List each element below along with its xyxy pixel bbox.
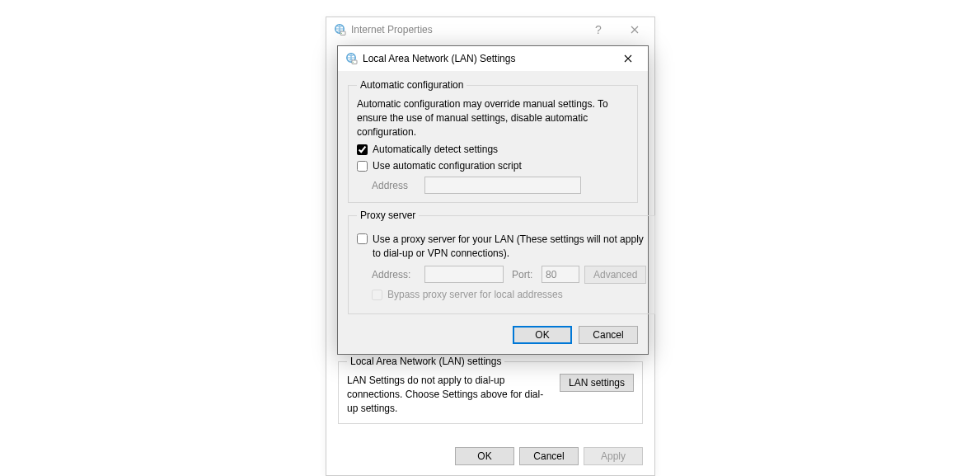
lan-settings-icon xyxy=(345,52,358,65)
lan-settings-button[interactable]: LAN settings xyxy=(560,374,634,392)
proxy-server-legend: Proxy server xyxy=(357,210,419,221)
child-cancel-button[interactable]: Cancel xyxy=(579,326,638,344)
svg-point-5 xyxy=(353,62,354,63)
auto-script-address-label: Address xyxy=(372,180,420,191)
proxy-address-label: Address: xyxy=(372,269,420,280)
parent-button-row: OK Cancel Apply xyxy=(455,447,643,465)
automatic-configuration-group: Automatic configuration Automatic config… xyxy=(348,79,638,203)
internet-options-icon xyxy=(333,23,346,36)
child-button-row: OK Cancel xyxy=(348,321,638,344)
svg-rect-4 xyxy=(352,60,357,64)
auto-script-address-row: Address xyxy=(357,177,629,194)
svg-rect-1 xyxy=(340,31,345,35)
proxy-port-label: Port: xyxy=(512,269,537,280)
proxy-address-row: Address: Port: Advanced xyxy=(357,266,646,284)
lan-settings-group: Local Area Network (LAN) settings LAN Se… xyxy=(338,356,643,424)
auto-detect-label: Automatically detect settings xyxy=(373,144,498,155)
proxy-use-label: Use a proxy server for your LAN (These s… xyxy=(373,233,646,261)
parent-title-bar: Internet Properties ? xyxy=(326,17,654,42)
close-button-child[interactable] xyxy=(612,48,645,69)
auto-detect-checkbox[interactable] xyxy=(357,144,368,155)
parent-ok-button[interactable]: OK xyxy=(455,447,514,465)
auto-script-address-input xyxy=(424,177,581,194)
proxy-use-checkbox[interactable] xyxy=(357,233,368,244)
automatic-configuration-legend: Automatic configuration xyxy=(357,79,467,91)
parent-title: Internet Properties xyxy=(351,24,580,35)
proxy-server-group: Proxy server Use a proxy server for your… xyxy=(348,210,655,314)
bypass-label: Bypass proxy server for local addresses xyxy=(387,289,563,300)
parent-apply-button: Apply xyxy=(584,447,643,465)
lan-settings-dialog: Local Area Network (LAN) Settings Automa… xyxy=(337,45,649,355)
lan-settings-legend: Local Area Network (LAN) settings xyxy=(347,356,504,367)
auto-script-checkbox[interactable] xyxy=(357,161,368,172)
proxy-port-input xyxy=(542,266,579,283)
child-title: Local Area Network (LAN) Settings xyxy=(363,53,612,64)
proxy-advanced-button: Advanced xyxy=(584,266,646,284)
bypass-checkbox xyxy=(372,290,382,300)
svg-point-2 xyxy=(341,33,342,34)
auto-script-label: Use automatic configuration script xyxy=(373,160,522,172)
child-body: Automatic configuration Automatic config… xyxy=(338,71,648,354)
help-button[interactable]: ? xyxy=(580,18,617,41)
automatic-configuration-description: Automatic configuration may override man… xyxy=(357,97,629,139)
bypass-row: Bypass proxy server for local addresses xyxy=(372,289,646,300)
proxy-address-input xyxy=(424,266,504,283)
auto-detect-row[interactable]: Automatically detect settings xyxy=(357,144,629,155)
lan-settings-description: LAN Settings do not apply to dial-up con… xyxy=(347,374,551,415)
proxy-use-row[interactable]: Use a proxy server for your LAN (These s… xyxy=(357,233,646,261)
close-button-parent[interactable] xyxy=(617,18,653,41)
child-ok-button[interactable]: OK xyxy=(513,326,572,344)
parent-cancel-button[interactable]: Cancel xyxy=(519,447,579,465)
child-title-bar: Local Area Network (LAN) Settings xyxy=(338,46,648,71)
auto-script-row[interactable]: Use automatic configuration script xyxy=(357,160,629,172)
